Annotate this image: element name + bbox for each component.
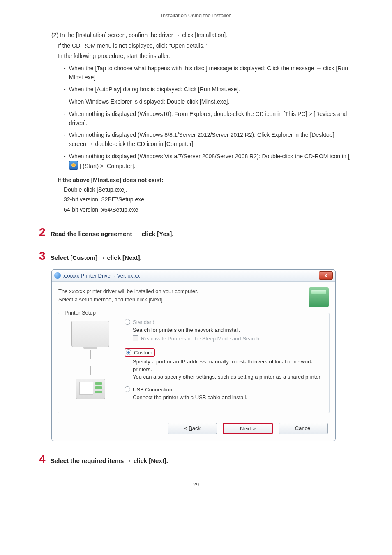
bullet-item: - When the [Tap to choose what happens w… [64,64,353,82]
printer-setup-dialog: xxxxxx Printer Driver - Ver. xx.xx x The… [51,269,336,441]
connector-line [74,363,107,363]
text: click [Yes]. [140,230,174,237]
group-label: Printer Setup [62,310,98,316]
step-number: 2 [39,227,51,238]
radio-icon [125,386,130,392]
dialog-titlebar[interactable]: xxxxxx Printer Driver - Ver. xx.xx x [52,270,335,282]
radio-icon [126,349,131,355]
option-label: Standard [133,319,154,325]
bullet-item: - When nothing is displayed (Windows 8/8… [64,131,353,148]
windows-start-icon [69,161,78,170]
page-number: 29 [39,481,353,488]
text: When nothing is displayed (Windows10): F… [69,110,353,127]
text: Select the required items [51,457,126,464]
text: Select [Custom] [51,254,99,261]
text: click [Installation]. [180,32,227,38]
step2-2-line1: (2) In the [Installation] screen, confir… [51,31,353,40]
next-button[interactable]: Next > [223,423,273,434]
text: The xxxxxx printer driver will be instal… [58,287,305,296]
arrow-icon: → [175,32,180,38]
arrow-icon: → [99,254,105,261]
checkbox-label: Reactivate Printers in the Sleep Mode an… [141,335,259,342]
dash-icon: - [64,97,66,106]
text: ] (Start) > [Computer]. [78,163,136,169]
arrow-icon: → [126,457,132,464]
text: When the [Tap to choose what happens wit… [69,65,316,72]
option-usb[interactable]: USB Connection Connect the printer with … [125,386,323,401]
dash-icon: - [64,131,66,148]
connector-line [90,350,91,359]
text: Read the license agreement [51,230,134,237]
text: When the [AutoPlay] dialog box is displa… [69,85,353,94]
dialog-title: xxxxxx Printer Driver - Ver. xx.xx [63,273,140,279]
text: Select a setup method, and then click [N… [58,296,305,304]
text: click [Next]. [105,254,141,261]
bullet-item: - When nothing is displayed (Windows10):… [64,110,353,127]
arrow-icon: → [134,230,140,237]
option-desc: Specify a port or an IP address manually… [133,358,323,381]
dash-icon: - [64,64,66,82]
dash-icon: - [64,85,66,94]
minst-missing-title: If the above [MInst.exe] does not exist: [58,177,353,183]
note-line: 64-bit version: x64\Setup.exe [64,205,353,214]
cdrom-menu-note: If the CD-ROM menu is not displayed, cli… [58,42,353,51]
option-label: Custom [134,349,152,356]
page-header: Installation Using the Installer [39,12,353,18]
note-line: 32-bit version: 32BIT\Setup.exe [64,195,353,204]
printer-illustration-icon [309,287,329,307]
cancel-button[interactable]: Cancel [279,423,328,434]
option-desc: Search for printers on the network and i… [133,326,323,334]
dialog-header-text: The xxxxxx printer driver will be instal… [58,287,305,307]
highlight-box: Custom [125,348,155,357]
arrow-icon: → [88,141,94,147]
note-line: Double-click [Setup.exe]. [64,185,353,194]
text: click [Next]. [132,457,168,464]
radio-icon [125,319,130,325]
app-icon [54,272,61,279]
text: double-click the CD icon in [Computer]. [94,141,195,147]
setup-diagram [64,319,117,407]
close-button[interactable]: x [319,271,333,280]
text: When Windows Explorer is displayed: Doub… [69,97,353,106]
step-number: 3 [39,250,51,262]
checkbox-icon[interactable] [133,335,138,341]
option-desc: Connect the printer with a USB cable and… [133,394,323,401]
step-4: 4 Select the required items → click [Nex… [39,453,353,465]
arrow-icon: → [316,65,321,72]
connector-line [90,366,91,375]
procedure-intro: In the following procedure, start the in… [58,52,353,61]
back-button[interactable]: < Back [168,423,217,434]
step-2: 2 Read the license agreement → click [Ye… [39,227,353,238]
dash-icon: - [64,152,66,171]
printer-icon [76,379,105,399]
bullet-item: - When the [AutoPlay] dialog box is disp… [64,85,353,94]
option-custom[interactable]: Custom Specify a port or an IP address m… [125,348,323,381]
text: Printer Setup [65,310,96,316]
step-3: 3 Select [Custom] → click [Next]. [39,250,353,262]
dash-icon: - [64,110,66,127]
monitor-icon [71,321,109,347]
option-standard[interactable]: Standard Search for printers on the netw… [125,319,323,342]
bullet-item: - When Windows Explorer is displayed: Do… [64,97,353,106]
bullet-item: - When nothing is displayed (Windows Vis… [64,152,353,171]
step-number: 4 [39,453,51,465]
text: When nothing is displayed (Windows Vista… [69,153,350,160]
text: (2) In the [Installation] screen, confir… [51,32,175,38]
printer-setup-group: Printer Setup Standard Search for printe… [58,313,330,413]
option-label: USB Connection [133,386,172,393]
